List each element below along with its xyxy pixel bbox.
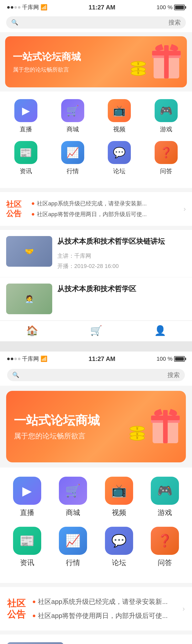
signal-dot-2-4 xyxy=(18,358,20,360)
icon-item-shop[interactable]: 🛒 商城 xyxy=(49,99,96,133)
banner-2[interactable]: 一站式论坛商城 属于您的论坛畅所欲言 ¥ ¥ ¥ xyxy=(6,391,186,462)
screen1: 千库网 📶 11:27 AM 100 % 🔍 一站式论坛商城 属于您的论坛畅所欲… xyxy=(0,0,192,341)
icon-item-forum[interactable]: 💬 论坛 xyxy=(96,141,143,175)
announcement-tag-line1-2: 社区 xyxy=(7,598,28,609)
forum-label-2: 论坛 xyxy=(112,558,126,568)
icon-item-2-news[interactable]: 📰 资讯 xyxy=(4,527,50,568)
nav-item-profile[interactable]: 👤 xyxy=(128,325,192,336)
announcement-item-1[interactable]: 社区app系统升级已经完成，请登录安装新... xyxy=(32,198,181,209)
signal-dot-1 xyxy=(7,6,10,9)
qa-icon-circle: ❓ xyxy=(155,141,178,164)
news-label-2: 资讯 xyxy=(20,558,34,568)
battery-icon xyxy=(174,5,185,10)
article-thumb-1: 🤝 xyxy=(6,236,52,267)
video-label: 视频 xyxy=(113,125,125,133)
status-bar-2: 千库网 📶 11:27 AM 100 % xyxy=(0,352,192,365)
announcement-tag-line1: 社区 xyxy=(6,200,27,209)
icon-item-2-game[interactable]: 🎮 游戏 xyxy=(142,477,188,518)
status-time: 11:27 AM xyxy=(89,4,115,11)
signal-dot-4 xyxy=(18,6,20,9)
icon-item-2-shop[interactable]: 🛒 商城 xyxy=(50,477,96,518)
icon-item-video[interactable]: 📺 视频 xyxy=(96,99,143,133)
announcement-item-2-2[interactable]: 社区app将暂停使用两日，内部升级后可使... xyxy=(33,609,180,623)
article-thumb-img-2: 🧑‍💼 xyxy=(6,284,52,314)
announce-dot-2 xyxy=(32,213,34,216)
gift-box-2 xyxy=(150,410,181,443)
status-left: 千库网 📶 xyxy=(7,4,47,11)
announcement-section-2: 社区 公告 社区app系统升级已经完成，请登录安装新... 社区app将暂停使用… xyxy=(0,587,192,630)
icon-item-2-video[interactable]: 📺 视频 xyxy=(96,477,142,518)
video-icon-circle: 📺 xyxy=(108,99,131,122)
announce-text-2: 社区app将暂停使用两日，内部升级后可使... xyxy=(37,210,181,218)
carrier-2: 千库网 xyxy=(22,355,39,363)
game-icon: 🎮 xyxy=(160,105,173,117)
announcement-section: 社区 公告 社区app系统升级已经完成，请登录安装新... 社区app将暂停使用… xyxy=(0,192,192,226)
video-icon-2: 📺 xyxy=(111,484,127,498)
banner-text: 一站式论坛商城 属于您的论坛畅所欲言 xyxy=(13,50,81,74)
search-input-wrap[interactable]: 🔍 xyxy=(6,16,186,29)
forum-icon-circle: 💬 xyxy=(108,141,131,164)
signal-dot-2-3 xyxy=(14,358,17,360)
icon-item-qa[interactable]: ❓ 问答 xyxy=(143,141,190,175)
gift-ribbon-vertical xyxy=(164,45,169,78)
gift-box xyxy=(151,45,182,78)
qa-icon: ❓ xyxy=(160,147,173,159)
search-icon-2: 🔍 xyxy=(12,372,19,378)
icon-item-news[interactable]: 📰 资讯 xyxy=(3,141,49,175)
shop-icon-circle-2: 🛒 xyxy=(59,477,87,505)
qa-icon-2: ❓ xyxy=(157,534,173,548)
news-icon-circle-2: 📰 xyxy=(13,527,41,555)
battery-percent-2: 100 % xyxy=(157,356,173,362)
coin-3: ¥ xyxy=(131,70,146,76)
battery-fill-2 xyxy=(175,357,184,361)
banner-decoration: ¥ ¥ ¥ xyxy=(131,45,182,78)
icon-item-2-qa[interactable]: ❓ 问答 xyxy=(142,527,188,568)
announcement-item-2[interactable]: 社区app将暂停使用两日，内部升级后可使... xyxy=(32,209,181,220)
announcement-label: 社区 公告 xyxy=(6,200,27,218)
bottom-nav: 🏠 🛒 👤 xyxy=(0,321,192,341)
coin-2-3: ¥ xyxy=(130,435,145,441)
banner-title: 一站式论坛商城 xyxy=(13,50,81,63)
news-label: 资讯 xyxy=(20,167,32,175)
live-icon-2: ▶ xyxy=(22,484,32,498)
market-icon: 📈 xyxy=(66,147,79,159)
article-thumb-2: 🧑‍💼 xyxy=(6,284,52,314)
article-item-2-1[interactable]: 🤝 从技术本质和技术哲学区块链讲坛 主讲：千库网 开播：2019-02-28 1… xyxy=(0,635,192,644)
announce-text-1: 社区app系统升级已经完成，请登录安装新... xyxy=(37,200,181,207)
announcement-tag-line2: 公告 xyxy=(6,209,27,218)
icon-item-game[interactable]: 🎮 游戏 xyxy=(143,99,190,133)
icon-item-market[interactable]: 📈 行情 xyxy=(49,141,96,175)
qa-label: 问答 xyxy=(160,167,172,175)
article-item-2[interactable]: 🧑‍💼 从技术本质和技术哲学区 xyxy=(0,277,192,321)
forum-label: 论坛 xyxy=(113,167,125,175)
article-thumb-2-1: 🤝 xyxy=(7,642,63,644)
search-input-2[interactable] xyxy=(22,371,180,379)
article-title-1: 从技术本质和技术哲学区块链讲坛 xyxy=(57,236,186,247)
nav-item-cart[interactable]: 🛒 xyxy=(64,325,128,336)
announce-text-2-1: 社区app系统升级已经完成，请登录安装新... xyxy=(38,597,180,606)
announcement-label-2: 社区 公告 xyxy=(7,598,28,620)
announcement-item-2-1[interactable]: 社区app系统升级已经完成，请登录安装新... xyxy=(33,595,180,609)
article-item-1[interactable]: 🤝 从技术本质和技术哲学区块链讲坛 主讲：千库网 开播：2019-02-28 1… xyxy=(0,230,192,277)
search-input[interactable] xyxy=(21,19,181,26)
qa-label-2: 问答 xyxy=(158,558,172,568)
announce-dot-2-1 xyxy=(33,601,35,603)
search-input-wrap-2[interactable]: 🔍 xyxy=(7,369,185,381)
nav-item-home[interactable]: 🏠 xyxy=(0,325,64,336)
icon-item-2-forum[interactable]: 💬 论坛 xyxy=(96,527,142,568)
icon-item-live[interactable]: ▶ 直播 xyxy=(3,99,49,133)
market-icon-circle-2: 📈 xyxy=(59,527,87,555)
article-list: 🤝 从技术本质和技术哲学区块链讲坛 主讲：千库网 开播：2019-02-28 1… xyxy=(0,230,192,321)
icon-item-2-live[interactable]: ▶ 直播 xyxy=(4,477,50,518)
article-info-2: 从技术本质和技术哲学区 xyxy=(57,284,186,298)
icon-item-2-market[interactable]: 📈 行情 xyxy=(50,527,96,568)
gift-ribbon-vertical-2 xyxy=(163,410,168,443)
banner-subtitle-2: 属于您的论坛畅所欲言 xyxy=(14,431,100,441)
shop-icon-circle: 🛒 xyxy=(61,99,84,122)
shop-label-2: 商城 xyxy=(66,508,80,518)
banner[interactable]: 一站式论坛商城 属于您的论坛畅所欲言 ¥ ¥ ¥ xyxy=(5,36,187,87)
status-right-2: 100 % xyxy=(157,356,185,362)
announcement-list: 社区app系统升级已经完成，请登录安装新... 社区app将暂停使用两日，内部升… xyxy=(32,198,181,220)
signal-dots xyxy=(7,6,20,9)
shop-label: 商城 xyxy=(67,125,79,133)
